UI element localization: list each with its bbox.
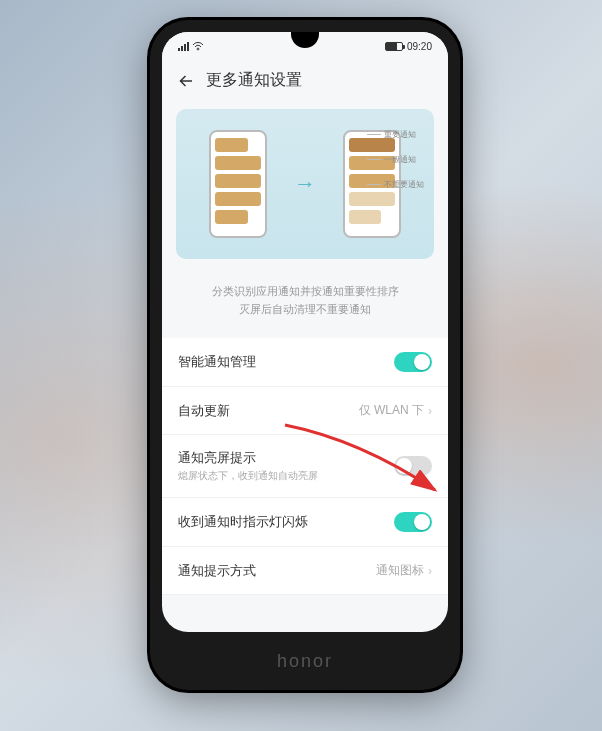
- page-title: 更多通知设置: [206, 70, 302, 91]
- phone-brand: honor: [150, 651, 460, 672]
- battery-icon: [385, 42, 403, 51]
- chevron-right-icon: ›: [428, 564, 432, 578]
- toggle-smart-mgmt[interactable]: [394, 352, 432, 372]
- row-label: 自动更新: [178, 402, 230, 420]
- toggle-wake-screen[interactable]: [394, 456, 432, 476]
- row-label: 通知亮屏提示: [178, 449, 318, 467]
- status-time: 09:20: [407, 41, 432, 52]
- back-button[interactable]: [176, 71, 196, 91]
- row-value: 仅 WLAN 下 ›: [359, 402, 432, 419]
- chevron-right-icon: ›: [428, 404, 432, 418]
- row-auto-update[interactable]: 自动更新 仅 WLAN 下 ›: [162, 387, 448, 435]
- row-label: 智能通知管理: [178, 353, 256, 371]
- phone-frame: 09:20 更多通知设置 → 重要通知 一般通知 不重要通知 分类识别: [150, 20, 460, 690]
- row-notification-style[interactable]: 通知提示方式 通知图标 ›: [162, 547, 448, 595]
- info-text: 分类识别应用通知并按通知重要性排序 灭屏后自动清理不重要通知: [162, 267, 448, 338]
- status-left: [178, 41, 204, 51]
- settings-list: 智能通知管理 自动更新 仅 WLAN 下 › 通知亮屏提示 熄屏状态下，收到通知…: [162, 338, 448, 595]
- info-line2: 灭屏后自动清理不重要通知: [192, 301, 418, 319]
- row-led-blink[interactable]: 收到通知时指示灯闪烁: [162, 498, 448, 547]
- illustration-labels: 重要通知 一般通知 不重要通知: [367, 129, 424, 190]
- back-arrow-icon: [177, 72, 195, 90]
- arrow-right-icon: →: [294, 171, 316, 197]
- label-low: 不重要通知: [367, 179, 424, 190]
- row-value: 通知图标 ›: [376, 562, 432, 579]
- label-important: 重要通知: [367, 129, 424, 140]
- illustration-phone-before: [209, 130, 267, 238]
- info-line1: 分类识别应用通知并按通知重要性排序: [192, 283, 418, 301]
- row-wake-screen[interactable]: 通知亮屏提示 熄屏状态下，收到通知自动亮屏: [162, 435, 448, 498]
- illustration-card: → 重要通知 一般通知 不重要通知: [176, 109, 434, 259]
- row-smart-mgmt[interactable]: 智能通知管理: [162, 338, 448, 387]
- wifi-icon: [192, 41, 204, 51]
- signal-icon: [178, 42, 189, 51]
- toggle-led-blink[interactable]: [394, 512, 432, 532]
- phone-screen: 09:20 更多通知设置 → 重要通知 一般通知 不重要通知 分类识别: [162, 32, 448, 632]
- status-right: 09:20: [385, 41, 432, 52]
- header: 更多通知设置: [162, 60, 448, 101]
- row-sublabel: 熄屏状态下，收到通知自动亮屏: [178, 469, 318, 483]
- row-label: 通知提示方式: [178, 562, 256, 580]
- row-label: 收到通知时指示灯闪烁: [178, 513, 308, 531]
- label-general: 一般通知: [367, 154, 424, 165]
